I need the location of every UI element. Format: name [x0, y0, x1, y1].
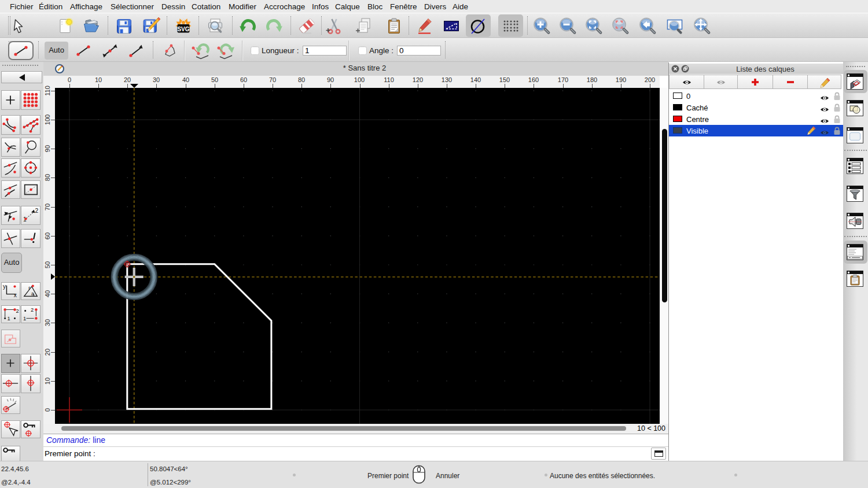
svg-text:2: 2	[31, 307, 34, 313]
svg-text:2: 2	[35, 208, 39, 214]
svg-text:a: a	[31, 291, 34, 297]
svg-text:2: 2	[16, 308, 19, 314]
svg-text:1: 1	[7, 316, 10, 321]
svg-text:SVG: SVG	[177, 26, 189, 32]
svg-text:r: r	[28, 285, 30, 291]
svg-text:1: 1	[23, 316, 26, 321]
svg-text:y: y	[3, 283, 6, 290]
svg-text:x: x	[14, 292, 17, 298]
